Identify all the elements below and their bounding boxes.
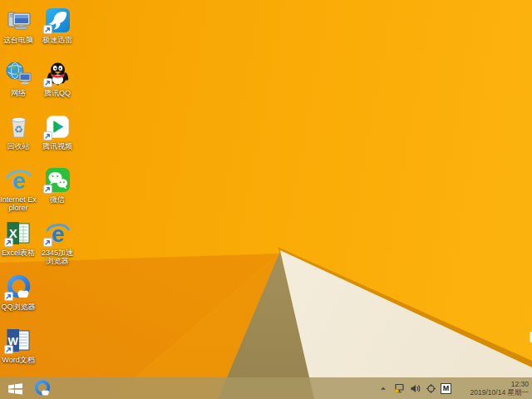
recycle-bin-icon: ♻ [5,113,32,140]
icon-label: Excel表格 [2,249,35,257]
clock-time: 12:30 [511,380,529,388]
network-globe-icon [5,60,32,87]
icon-label: 网络 [11,89,26,97]
safety-tray-button[interactable] [425,382,436,394]
taskbar-qq-browser-button[interactable] [30,377,55,399]
shortcut-arrow-icon [43,78,52,87]
desktop-icon-xunlei[interactable]: 极速迅雷 [39,7,76,44]
volume-tray-button[interactable] [409,382,421,394]
network-status-icon [394,383,405,394]
icon-label: Internet Explorer [0,195,37,212]
svg-text:♻: ♻ [14,124,23,135]
desktop-icon-word[interactable]: W Word文档 [0,327,37,364]
desktop-icon-internet-explorer[interactable]: e Internet Explorer [0,166,37,212]
icon-label: 腾讯视频 [42,142,72,150]
desktop-screen: 这台电脑 极速迅雷 网络 [0,0,532,399]
icon-label: 这台电脑 [3,36,33,44]
desktop-icon-tencent-video[interactable]: 腾讯视频 [39,113,76,150]
desktop-icon-excel[interactable]: X Excel表格 [0,219,37,257]
icon-label: 微信 [50,195,65,204]
icon-label: 极速迅雷 [42,36,72,44]
system-tray: M 12:30 2019/10/14 星期一 [377,377,532,399]
taskbar-clock[interactable]: 12:30 2019/10/14 星期一 [456,380,529,397]
desktop-icon-this-pc[interactable]: 这台电脑 [0,7,37,44]
crosshair-circle-icon [426,383,436,394]
taskbar: M 12:30 2019/10/14 星期一 [0,377,532,399]
icon-label: 2345加速浏览器 [39,249,76,265]
shortcut-arrow-icon [43,238,52,247]
start-button[interactable] [0,377,30,399]
this-pc-icon [5,7,32,34]
ie-icon: e [5,166,32,194]
clock-date: 2019/10/14 星期一 [470,388,529,397]
windows-logo-icon [8,382,22,395]
show-hidden-icons-button[interactable] [377,382,389,394]
speaker-icon [410,383,421,394]
desktop-icon-recycle-bin[interactable]: ♻ 回收站 [0,113,37,150]
icon-label: QQ浏览器 [1,303,35,311]
desktop-icon-network[interactable]: 网络 [0,60,37,97]
desktop-icon-tencent-qq[interactable]: 腾讯QQ [39,60,76,97]
desktop-icon-wechat[interactable]: 微信 [39,166,76,204]
shortcut-arrow-icon [43,185,52,194]
icon-label: 腾讯QQ [44,89,71,97]
shortcut-arrow-icon [4,238,13,247]
qq-browser-icon [33,379,52,397]
ime-indicator[interactable]: M [441,383,451,394]
desktop-icon-2345-browser[interactable]: e 2345加速浏览器 [39,219,76,265]
shortcut-arrow-icon [43,25,52,34]
shortcut-arrow-icon [4,345,13,354]
shortcut-arrow-icon [43,131,52,140]
chevron-up-icon [379,384,387,392]
desktop-icon-qq-browser[interactable]: QQ浏览器 [0,273,37,311]
network-tray-button[interactable] [393,382,405,394]
shortcut-arrow-icon [4,292,13,301]
icon-label: Word文档 [2,356,34,364]
icon-label: 回收站 [7,142,30,150]
